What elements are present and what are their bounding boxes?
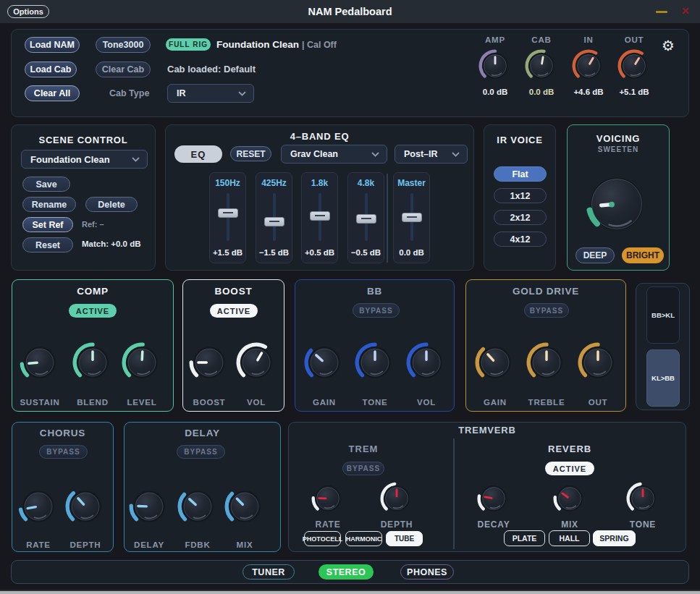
tremverb-divider [453, 438, 455, 549]
set-ref-button[interactable]: Set Ref [22, 217, 73, 232]
gold-out-label: OUT [565, 398, 631, 407]
eq-slider-handle[interactable] [402, 213, 422, 222]
out-knob[interactable] [617, 49, 651, 82]
ir-voice-4x12-button[interactable]: 4x12 [494, 232, 547, 247]
routing-toggle: BB>KL KL>BB [636, 283, 690, 410]
chevron-down-icon [238, 91, 246, 96]
eq-band-value: −1.5 dB [256, 248, 292, 257]
full-rig-badge: FULL RIG [166, 38, 211, 51]
eq-band-425hz: 425Hz −1.5 dB [256, 172, 292, 263]
tremverb-panel: TREMVERB TREM BYPASS RATE DEPTH PHOTOCEL… [288, 422, 686, 552]
clear-cab-button[interactable]: Clear Cab [96, 61, 151, 77]
comp-level-knob[interactable] [122, 342, 162, 383]
boost-active-badge[interactable]: ACTIVE [210, 304, 258, 318]
delete-button[interactable]: Delete [85, 197, 138, 212]
delay-fdbk-knob[interactable] [177, 486, 218, 527]
tone3000-button[interactable]: Tone3000 [96, 37, 151, 53]
in-knob[interactable] [572, 49, 605, 82]
chevron-down-icon [452, 152, 460, 157]
eq-routing-select[interactable]: Post–IR [395, 145, 468, 164]
cab-type-select[interactable]: IR [167, 84, 254, 103]
rename-button[interactable]: Rename [22, 197, 76, 212]
reverb-mode-spring[interactable]: SPRING [593, 530, 636, 546]
comp-active-badge[interactable]: ACTIVE [69, 304, 117, 318]
reverb-mix-knob[interactable] [553, 482, 586, 515]
scene-control-title: SCENE CONTROL [12, 135, 155, 145]
trem-mode-tube[interactable]: TUBE [386, 531, 423, 546]
reset-button[interactable]: Reset [22, 237, 73, 253]
gold-gain-knob[interactable] [475, 342, 515, 383]
scene-control-panel: SCENE CONTROL Foundation Clean Save Rena… [11, 124, 156, 271]
bright-button[interactable]: BRIGHT [622, 247, 664, 263]
chorus-bypass-badge[interactable]: BYPASS [39, 445, 88, 459]
eq-slider-handle[interactable] [218, 208, 238, 218]
eq-slider-handle[interactable] [264, 217, 284, 226]
routing-bb-kl-button[interactable]: BB>KL [646, 287, 680, 344]
cab-knob[interactable] [525, 49, 558, 82]
routing-kl-bb-button[interactable]: KL>BB [646, 349, 680, 407]
ir-voice-flat-button[interactable]: Flat [494, 166, 547, 182]
close-icon[interactable]: ✕ [681, 5, 690, 17]
delay-delay-knob[interactable] [129, 486, 169, 527]
trem-mode-photocell[interactable]: PHOTOCELL [304, 531, 341, 546]
chorus-depth-label: DEPTH [53, 540, 118, 549]
clear-all-button[interactable]: Clear All [25, 85, 80, 101]
delay-mix-knob[interactable] [224, 486, 265, 527]
load-nam-button[interactable]: Load NAM [25, 37, 80, 53]
chorus-depth-knob[interactable] [65, 486, 106, 527]
chorus-rate-knob[interactable] [18, 486, 59, 527]
bb-vol-knob[interactable] [406, 342, 447, 383]
comp-title: COMP [12, 286, 173, 297]
gold-out-knob[interactable] [578, 342, 618, 383]
reverb-mode-hall[interactable]: HALL [549, 530, 590, 546]
reverb-tone-knob[interactable] [626, 482, 659, 515]
boost-boost-knob[interactable] [189, 342, 229, 383]
bb-gain-knob[interactable] [304, 342, 345, 383]
ir-voice-1x12-button[interactable]: 1x12 [494, 188, 547, 203]
minimize-icon[interactable] [656, 11, 667, 13]
tuner-button[interactable]: TUNER [243, 564, 295, 580]
trem-mode-harmonic[interactable]: HARMONIC [345, 531, 382, 546]
eq-slider-handle[interactable] [356, 214, 376, 224]
rig-panel: Load NAM Tone3000 FULL RIG Foundation Cl… [11, 29, 689, 117]
trem-bypass-badge[interactable]: BYPASS [342, 462, 384, 475]
eq-band-master: Master 0.0 dB [393, 172, 430, 263]
reverb-decay-knob[interactable] [477, 482, 510, 515]
ir-voice-panel: IR VOICE Flat 1x12 2x12 4x12 [484, 124, 556, 271]
gold-drive-bypass-badge[interactable]: BYPASS [524, 303, 569, 318]
load-cab-button[interactable]: Load Cab [25, 61, 77, 77]
eq-reset-button[interactable]: RESET [230, 146, 271, 161]
comp-blend-knob[interactable] [72, 342, 113, 383]
bb-pedal: BB BYPASS GAIN TONE VOL [295, 279, 455, 412]
eq-slider-handle[interactable] [310, 211, 330, 221]
reverb-active-badge[interactable]: ACTIVE [545, 462, 594, 475]
save-button[interactable]: Save [22, 177, 70, 192]
reverb-decay-label: DECAY [461, 519, 526, 530]
eq-title: 4–BAND EQ [166, 131, 473, 142]
phones-button[interactable]: PHONES [400, 564, 454, 580]
deep-button[interactable]: DEEP [575, 247, 615, 263]
gold-treble-knob[interactable] [526, 342, 567, 383]
voicing-knob[interactable] [586, 173, 648, 235]
delay-bypass-badge[interactable]: BYPASS [177, 445, 225, 459]
bb-bypass-badge[interactable]: BYPASS [353, 303, 400, 318]
scene-preset-select[interactable]: Foundation Clean [21, 150, 148, 169]
amp-knob[interactable] [478, 49, 512, 82]
boost-title: BOOST [183, 286, 284, 297]
gold-drive-pedal: GOLD DRIVE BYPASS GAIN TREBLE OUT [465, 279, 626, 412]
rig-name: Foundation Clean| Cal Off [216, 39, 337, 50]
eq-band-freq: 4.8k [348, 178, 384, 188]
eq-preset-select[interactable]: Grav Clean [281, 145, 387, 164]
boost-vol-knob[interactable] [236, 342, 277, 383]
ref-value: Ref: – [82, 220, 104, 229]
trem-depth-knob[interactable] [380, 482, 413, 515]
gear-icon[interactable]: ⚙ [662, 37, 675, 54]
stereo-button[interactable]: STEREO [319, 564, 374, 580]
ir-voice-2x12-button[interactable]: 2x12 [494, 210, 547, 225]
comp-sustain-knob[interactable] [20, 342, 60, 383]
trem-rate-knob[interactable] [311, 482, 345, 515]
reverb-mode-plate[interactable]: PLATE [504, 530, 545, 546]
comp-pedal: COMP ACTIVE SUSTAIN BLEND LEVEL [12, 279, 174, 412]
bb-tone-knob[interactable] [355, 342, 395, 383]
eq-toggle-button[interactable]: EQ [174, 145, 222, 163]
